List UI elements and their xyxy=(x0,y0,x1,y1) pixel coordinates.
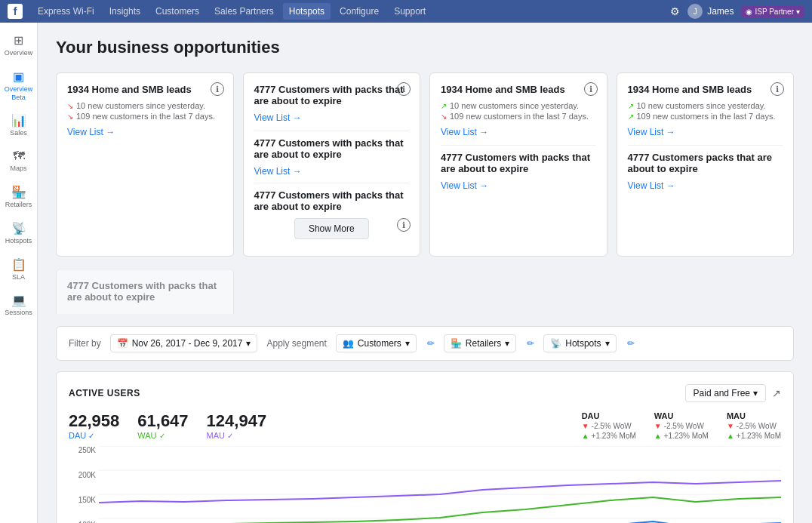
yaxis-250k: 250K xyxy=(69,446,99,454)
maps-icon: 🗺 xyxy=(13,149,25,163)
down-icon: ▼ xyxy=(727,422,734,430)
dau-value: 22,958 xyxy=(69,411,119,431)
card-info-icon-1[interactable]: ℹ xyxy=(211,82,224,96)
retailers-edit-icon[interactable]: ✏ xyxy=(527,338,534,349)
customers-edit-icon[interactable]: ✏ xyxy=(427,338,435,349)
view-list-link-4[interactable]: View List → xyxy=(628,127,783,137)
arrow-down-icon: ↘ xyxy=(67,112,73,121)
view-list-sublink-3[interactable]: View List → xyxy=(441,180,596,191)
card-stats-3: ↗ 10 new customers since yesterday. ↘ 10… xyxy=(441,101,596,121)
hotspots-filter-chip[interactable]: 📡 Hotspots ▾ xyxy=(543,334,616,352)
legend-mau-title: MAU xyxy=(727,411,781,420)
down-icon: ▼ xyxy=(582,422,589,430)
mau-label: MAU ✓ xyxy=(207,431,267,440)
yaxis-200k: 200K xyxy=(69,471,99,479)
view-list-sublink-4[interactable]: View List → xyxy=(628,180,783,191)
retailers-filter-chip[interactable]: 🏪 Retailers ▾ xyxy=(444,334,516,352)
card-info-icon-4[interactable]: ℹ xyxy=(770,82,784,96)
retailers-icon: 🏪 xyxy=(11,185,26,199)
sidebar-item-retailers[interactable]: 🏪 Retailers xyxy=(2,180,35,214)
metrics-left: 22,958 DAU ✓ 61,647 WAU ✓ xyxy=(69,411,266,440)
dau-check-icon: ✓ xyxy=(88,432,94,440)
hotspots-filter-icon: 📡 xyxy=(550,338,561,349)
wau-check-icon: ✓ xyxy=(159,432,165,440)
nav-express-wifi[interactable]: Express Wi-Fi xyxy=(32,3,100,20)
card-subtitle-2: 4777 Customers with packs that are about… xyxy=(254,137,410,160)
legend-dau-wow: ▼ -2.5% WoW xyxy=(582,422,636,430)
date-filter-chip[interactable]: 📅 Nov 26, 2017 - Dec 9, 2017 ▾ xyxy=(110,334,258,352)
customers-label: Customers xyxy=(358,338,401,349)
sidebar-item-overview-beta[interactable]: ▣ Overview Beta xyxy=(2,65,35,106)
nav-configure[interactable]: Configure xyxy=(334,3,385,20)
legend-mau-mom: ▲ +1.23% MoM xyxy=(727,432,781,440)
sidebar-label-maps: Maps xyxy=(10,165,26,173)
nav-hotspots[interactable]: Hotspots xyxy=(283,3,331,20)
chart-svg xyxy=(99,446,781,523)
card-row2-1: 4777 Customers with packs that are about… xyxy=(56,269,234,314)
sidebar-label-hotspots: Hotspots xyxy=(5,237,32,245)
sidebar-label-overview: Overview xyxy=(5,49,33,57)
retailers-chevron-icon: ▾ xyxy=(505,338,509,349)
view-list-sublink-2[interactable]: View List → xyxy=(254,166,410,177)
view-list-link-1[interactable]: View List → xyxy=(67,127,223,137)
nav-insights[interactable]: Insights xyxy=(103,3,146,20)
card-title-3: 1934 Home and SMB leads xyxy=(441,84,596,95)
card-subtitle-3: 4777 Customers with packs that are about… xyxy=(441,152,596,174)
sidebar-label-sessions: Sessions xyxy=(5,309,32,317)
yaxis-150k: 150K xyxy=(69,496,99,504)
sidebar-label-retailers: Retailers xyxy=(5,201,32,209)
card-stats-1: ↘ 10 new customers since yesterday. ↘ 10… xyxy=(67,101,223,121)
card-info-icon-3[interactable]: ℹ xyxy=(584,82,598,96)
card-info-icon-2b[interactable]: ℹ xyxy=(397,218,411,232)
chart-export-icon[interactable]: ↗ xyxy=(772,387,781,399)
sidebar-item-sessions[interactable]: 💻 Sessions xyxy=(2,288,35,321)
legend-mau-wow: ▼ -2.5% WoW xyxy=(727,422,781,430)
page-title: Your business opportunities xyxy=(56,38,794,57)
mau-check-icon: ✓ xyxy=(227,432,233,440)
sidebar-item-hotspots[interactable]: 📡 Hotspots xyxy=(2,217,35,250)
facebook-logo-icon[interactable]: f xyxy=(8,4,23,19)
metric-dau: 22,958 DAU ✓ xyxy=(69,411,119,440)
app-body: ⊞ Overview ▣ Overview Beta 📊 Sales 🗺 Map… xyxy=(0,23,812,523)
sidebar-item-sla[interactable]: 📋 SLA xyxy=(2,253,35,286)
retailers-label: Retailers xyxy=(466,338,501,349)
sidebar-item-sales[interactable]: 📊 Sales xyxy=(2,109,35,142)
card-stat-1a: ↘ 10 new customers since yesterday. xyxy=(67,101,223,110)
isp-badge[interactable]: ◉ ISP Partner ▾ xyxy=(741,6,804,17)
card-info-icon-2[interactable]: ℹ xyxy=(397,82,411,96)
legend-dau-mom: ▲ +1.23% MoM xyxy=(582,432,636,440)
view-list-link-2[interactable]: View List → xyxy=(254,112,410,123)
filter-by-label: Filter by xyxy=(69,338,101,349)
view-list-link-3[interactable]: View List → xyxy=(441,127,596,137)
sidebar-label-sla: SLA xyxy=(12,273,25,281)
card-stat-1b: ↘ 109 new customers in the last 7 days. xyxy=(67,112,223,121)
hotspots-chevron-icon: ▾ xyxy=(605,338,610,349)
nav-sales-partners[interactable]: Sales Partners xyxy=(208,3,280,20)
sidebar-item-overview[interactable]: ⊞ Overview xyxy=(2,29,35,62)
metrics-right: DAU ▼ -2.5% WoW ▲ +1.23% MoM WAU xyxy=(582,411,781,440)
customers-filter-chip[interactable]: 👥 Customers ▾ xyxy=(336,334,417,352)
main-content: Your business opportunities 1934 Home an… xyxy=(38,23,812,523)
retailers-filter-icon: 🏪 xyxy=(451,338,462,349)
legend-dau-title: DAU xyxy=(582,411,636,420)
chart-paid-free-dropdown[interactable]: Paid and Free ▾ xyxy=(685,384,766,402)
hotspots-edit-icon[interactable]: ✏ xyxy=(627,338,635,349)
arrow-down-icon: ↘ xyxy=(67,102,73,110)
nav-right: ⚙ J James ◉ ISP Partner ▾ xyxy=(670,4,804,19)
wau-label: WAU ✓ xyxy=(137,431,188,440)
settings-icon[interactable]: ⚙ xyxy=(670,5,680,17)
legend-wau-title: WAU xyxy=(654,411,709,420)
card-row2-title-1: 4777 Customers with packs that are about… xyxy=(67,280,223,303)
card-stat-3a: ↗ 10 new customers since yesterday. xyxy=(441,101,596,110)
card-smb-leads-3: 1934 Home and SMB leads ℹ ↗ 10 new custo… xyxy=(617,72,795,257)
card-title-2: 4777 Customers with packs that are about… xyxy=(254,84,410,106)
nav-customers[interactable]: Customers xyxy=(149,3,205,20)
show-more-button[interactable]: Show More xyxy=(294,218,369,239)
isp-label: ISP Partner xyxy=(755,8,794,16)
sidebar-item-maps[interactable]: 🗺 Maps xyxy=(2,145,35,177)
nav-support[interactable]: Support xyxy=(388,3,432,20)
sales-icon: 📊 xyxy=(11,113,26,128)
hotspots-label: Hotspots xyxy=(565,338,601,349)
date-chevron-icon: ▾ xyxy=(246,338,251,349)
card-title-1: 1934 Home and SMB leads xyxy=(67,84,223,95)
